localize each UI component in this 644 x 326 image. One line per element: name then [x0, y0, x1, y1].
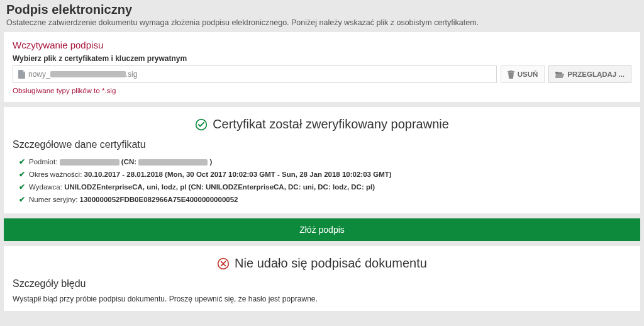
- cert-validity-value: 30.10.2017 - 28.01.2018 (Mon, 30 Oct 201…: [84, 171, 392, 178]
- cert-details-title: Szczegółowe dane certyfikatu: [13, 139, 631, 150]
- delete-file-button[interactable]: USUŃ: [501, 65, 545, 83]
- error-message: Wystąpił błąd przy próbie podpisu dokume…: [13, 295, 631, 303]
- page-title: Podpis elektroniczny: [6, 3, 638, 17]
- folder-open-icon: [555, 71, 564, 78]
- cert-row-serial: ✔ Numer seryjny: 1300000052FDB0E082966A7…: [19, 193, 631, 206]
- selected-file-display: nowy_ x .sig: [13, 65, 497, 83]
- cert-cn-redacted: x: [138, 159, 208, 166]
- check-icon: ✔: [19, 170, 25, 179]
- browse-button[interactable]: PRZEGLĄDAJ ...: [548, 65, 631, 83]
- trash-icon: [508, 70, 514, 79]
- cert-card: Certyfikat został zweryfikowany poprawni…: [4, 107, 640, 213]
- supported-types-text: Obsługiwane typy plików to *.sig: [13, 87, 631, 94]
- cert-row-subject: ✔ Podmiot: x (CN: x ): [19, 155, 631, 168]
- error-circle-icon: [217, 257, 230, 270]
- cert-row-validity: ✔ Okres ważności: 30.10.2017 - 28.01.201…: [19, 168, 631, 181]
- file-icon: [18, 70, 26, 79]
- cert-serial-label: Numer seryjny:: [29, 196, 77, 203]
- browse-button-label: PRZEGLĄDAJ ...: [567, 70, 625, 78]
- check-icon: ✔: [19, 183, 25, 191]
- cert-validity-label: Okres ważności:: [29, 171, 82, 178]
- check-circle-icon: [195, 118, 208, 131]
- error-details-title: Szczegóły błędu: [13, 278, 631, 289]
- check-icon: ✔: [19, 195, 25, 204]
- page-header: Podpis elektroniczny Ostateczne zatwierd…: [0, 0, 644, 32]
- error-banner-text: Nie udało się podpisać dokumentu: [235, 256, 427, 271]
- upload-card: Wczytywanie podpisu Wybierz plik z certy…: [4, 32, 640, 102]
- cert-subject-redacted: x: [60, 159, 119, 166]
- error-card: Nie udało się podpisać dokumentu Szczegó…: [4, 246, 640, 311]
- cert-cn-suffix: ): [209, 158, 212, 166]
- cert-row-issuer: ✔ Wydawca: UNILODZEnterpriseCA, uni, lod…: [19, 181, 631, 193]
- cert-cn-prefix: (CN:: [121, 158, 136, 166]
- submit-button-label: Złóż podpis: [299, 225, 345, 235]
- cert-serial-value: 1300000052FDB0E082966A75E4000000000052: [80, 196, 238, 203]
- delete-button-label: USUŃ: [518, 70, 538, 78]
- file-field-label: Wybierz plik z certyfikatem i kluczem pr…: [13, 54, 631, 63]
- cert-subject-label: Podmiot:: [29, 158, 57, 166]
- cert-issuer-label: Wydawca:: [29, 183, 62, 191]
- page-subtitle: Ostateczne zatwierdzenie dokumentu wymag…: [6, 18, 638, 27]
- cert-details-list: ✔ Podmiot: x (CN: x ) ✔ Okres ważności: …: [13, 155, 631, 206]
- file-name-prefix: nowy_: [28, 70, 50, 79]
- cert-banner-text: Certyfikat został zweryfikowany poprawni…: [213, 117, 449, 132]
- file-name-suffix: .sig: [126, 70, 138, 79]
- submit-signature-button[interactable]: Złóż podpis: [4, 218, 640, 241]
- sign-error-banner: Nie udało się podpisać dokumentu: [13, 256, 631, 271]
- file-name-redacted: x: [50, 71, 126, 77]
- cert-issuer-value: UNILODZEnterpriseCA, uni, lodz, pl (CN: …: [64, 183, 375, 191]
- check-icon: ✔: [19, 157, 25, 166]
- upload-section-title: Wczytywanie podpisu: [13, 40, 631, 50]
- cert-verified-banner: Certyfikat został zweryfikowany poprawni…: [13, 117, 631, 132]
- file-row: nowy_ x .sig USUŃ PRZEGLĄDAJ ...: [13, 65, 631, 83]
